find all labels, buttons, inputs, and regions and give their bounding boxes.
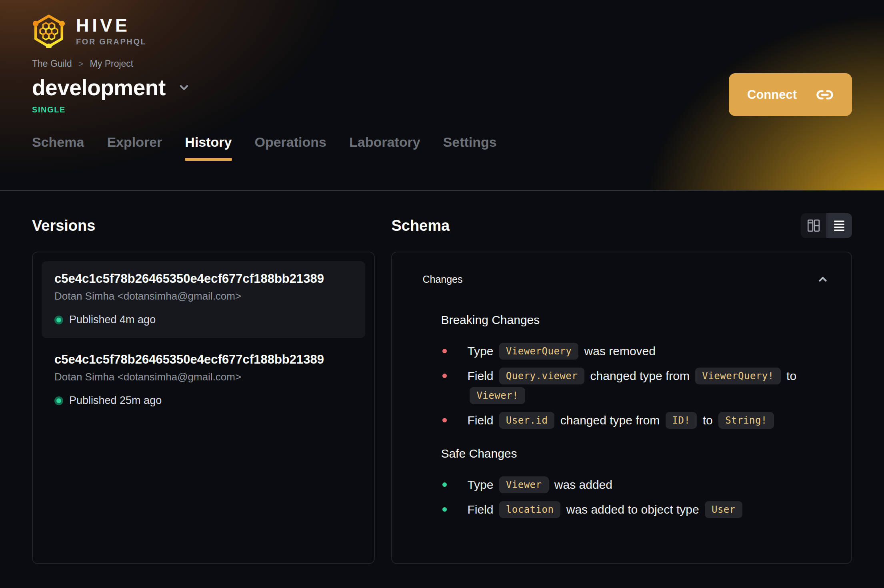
brand: HIVE FOR GRAPHQL — [32, 0, 852, 48]
code-chip: User — [705, 501, 742, 518]
version-status: Published 4m ago — [54, 314, 352, 326]
list-view-icon — [832, 218, 846, 233]
change-section-title: Breaking Changes — [441, 313, 829, 327]
target-mode-badge: SINGLE — [32, 105, 190, 114]
version-author: Dotan Simha <dotansimha@gmail.com> — [54, 371, 352, 383]
version-status: Published 25m ago — [54, 394, 352, 407]
code-chip: String! — [718, 412, 774, 429]
change-item: Type ViewerQuery was removed — [441, 341, 829, 361]
brand-text: HIVE FOR GRAPHQL — [76, 16, 146, 46]
breadcrumb: The Guild > My Project — [32, 58, 852, 69]
versions-heading: Versions — [32, 217, 95, 234]
schema-heading: Schema — [391, 217, 450, 234]
version-card[interactable]: c5e4c1c5f78b26465350e4ecf677cf188bb21389… — [42, 342, 365, 419]
change-section-title: Safe Changes — [441, 447, 829, 460]
connect-button[interactable]: Connect — [729, 73, 852, 116]
change-item: Field User.id changed type from ID! to S… — [441, 410, 829, 430]
change-item: Field Query.viewer changed type from Vie… — [441, 366, 829, 406]
changes-body: Breaking ChangesType ViewerQuery was rem… — [422, 313, 829, 519]
main-content: Versions c5e4c1c5f78b26465350e4ecf677cf1… — [0, 191, 884, 564]
change-section-safe: Safe ChangesType Viewer was addedField l… — [441, 447, 829, 519]
code-chip: User.id — [499, 412, 555, 429]
code-chip: Query.viewer — [499, 368, 584, 384]
tab-explorer[interactable]: Explorer — [107, 134, 162, 161]
code-chip: ViewerQuery! — [695, 368, 780, 384]
version-status-text: Published 25m ago — [69, 394, 162, 407]
published-dot-icon — [54, 396, 63, 405]
change-list: Type Viewer was addedField location was … — [441, 475, 829, 519]
versions-column: Versions c5e4c1c5f78b26465350e4ecf677cf1… — [32, 191, 375, 564]
page-title: development — [32, 75, 166, 100]
chevron-up-icon[interactable] — [817, 273, 829, 285]
breadcrumb-separator-icon: > — [78, 59, 84, 69]
version-hash: c5e4c1c5f78b26465350e4ecf677cf188bb21389 — [54, 272, 352, 286]
code-chip: ID! — [666, 412, 697, 429]
tab-settings[interactable]: Settings — [443, 134, 497, 161]
chevron-down-icon[interactable] — [178, 81, 190, 94]
brand-name: HIVE — [76, 16, 146, 34]
change-section-breaking: Breaking ChangesType ViewerQuery was rem… — [441, 313, 829, 430]
breadcrumb-project[interactable]: My Project — [90, 58, 134, 69]
connect-label: Connect — [747, 88, 797, 102]
code-chip: location — [499, 501, 561, 518]
columns-view-icon — [806, 218, 821, 233]
version-card[interactable]: c5e4c1c5f78b26465350e4ecf677cf188bb21389… — [42, 261, 365, 338]
target-block: development SINGLE — [32, 75, 190, 114]
columns-view-button[interactable] — [801, 213, 826, 238]
header: HIVE FOR GRAPHQL The Guild > My Project … — [0, 0, 884, 191]
tab-operations[interactable]: Operations — [255, 134, 326, 161]
version-author: Dotan Simha <dotansimha@gmail.com> — [54, 290, 352, 302]
title-row: development SINGLE Connect — [32, 73, 852, 116]
tab-history[interactable]: History — [185, 134, 232, 161]
tab-schema[interactable]: Schema — [32, 134, 84, 161]
version-status-text: Published 4m ago — [69, 314, 156, 326]
change-item: Type Viewer was added — [441, 475, 829, 495]
link-icon — [816, 86, 834, 104]
changes-panel: Changes Breaking ChangesType ViewerQuery… — [391, 252, 852, 564]
brand-tagline: FOR GRAPHQL — [76, 37, 146, 46]
code-chip: Viewer — [499, 476, 549, 493]
schema-column: Schema — [391, 191, 852, 564]
tab-bar: SchemaExplorerHistoryOperationsLaborator… — [32, 134, 852, 161]
published-dot-icon — [54, 316, 63, 324]
list-view-button[interactable] — [826, 213, 852, 238]
change-list: Type ViewerQuery was removedField Query.… — [441, 341, 829, 430]
change-item: Field location was added to object type … — [441, 500, 829, 520]
tab-laboratory[interactable]: Laboratory — [349, 134, 420, 161]
breadcrumb-org[interactable]: The Guild — [32, 58, 72, 69]
hive-logo-icon[interactable] — [32, 14, 66, 48]
changes-title: Changes — [422, 274, 462, 285]
view-toggle — [801, 213, 852, 238]
version-list: c5e4c1c5f78b26465350e4ecf677cf188bb21389… — [32, 252, 375, 564]
changes-header[interactable]: Changes — [422, 273, 829, 285]
code-chip: Viewer! — [470, 387, 525, 404]
code-chip: ViewerQuery — [499, 343, 578, 360]
version-hash: c5e4c1c5f78b26465350e4ecf677cf188bb21389 — [54, 352, 352, 367]
